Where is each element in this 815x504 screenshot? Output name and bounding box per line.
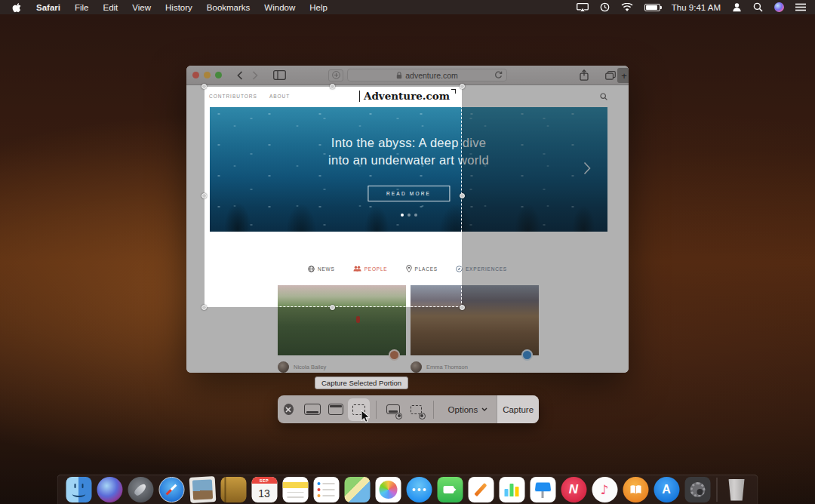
chevron-down-icon xyxy=(481,407,487,411)
dock-icon-mail[interactable] xyxy=(189,476,216,503)
capture-screen-icon xyxy=(304,404,321,415)
dock-icon-facetime[interactable] xyxy=(437,477,463,502)
selection-handle[interactable] xyxy=(460,305,465,310)
dock-icon-contacts[interactable] xyxy=(220,477,246,502)
share-icon[interactable] xyxy=(580,69,589,81)
article-badge xyxy=(389,349,400,361)
author-name: Nicola Bailey xyxy=(294,364,326,370)
window-zoom-button[interactable] xyxy=(215,72,222,78)
options-dropdown[interactable]: Options xyxy=(439,395,497,423)
capture-window-icon xyxy=(328,404,343,415)
menu-item-safari[interactable]: Safari xyxy=(36,3,60,12)
rocket-icon xyxy=(133,482,147,496)
dock-icon-safari[interactable] xyxy=(158,477,184,502)
selection-handle[interactable] xyxy=(460,84,465,89)
url-text: adventure.com xyxy=(405,71,457,80)
reload-icon[interactable] xyxy=(494,71,503,79)
selection-handle[interactable] xyxy=(460,193,465,198)
time-machine-icon[interactable] xyxy=(600,2,610,12)
selection-handle[interactable] xyxy=(330,84,335,89)
menu-bar-clock[interactable]: Thu 9:41 AM xyxy=(672,3,721,12)
add-icon[interactable] xyxy=(328,69,343,81)
window-minimize-button[interactable] xyxy=(204,72,211,78)
dock-icon-pages[interactable] xyxy=(468,477,494,502)
battery-icon[interactable] xyxy=(644,4,660,11)
dock-icon-system-preferences[interactable] xyxy=(684,477,710,502)
screenshot-toolbar: Options Capture xyxy=(278,395,539,423)
menu-item-view[interactable]: View xyxy=(132,3,151,12)
dock-icon-messages[interactable] xyxy=(406,477,432,502)
dock-icon-itunes[interactable]: ♪ xyxy=(592,477,617,502)
chevron-right-icon[interactable] xyxy=(583,161,591,175)
dock: SEP13 N ♪ A xyxy=(57,475,758,504)
new-tab-icon[interactable]: + xyxy=(617,68,629,83)
capture-tooltip: Capture Selected Portion xyxy=(315,376,408,389)
record-entire-screen-button[interactable] xyxy=(382,398,404,421)
dock-divider xyxy=(717,478,718,502)
selection-handle[interactable] xyxy=(330,305,335,310)
author-avatar xyxy=(278,361,289,373)
address-bar[interactable]: adventure.com xyxy=(347,69,507,81)
dock-icon-notes[interactable] xyxy=(282,477,308,502)
dock-icon-news[interactable]: N xyxy=(561,477,586,502)
toolbar-divider xyxy=(376,401,377,419)
author-name: Emma Thomson xyxy=(426,364,468,370)
close-icon[interactable] xyxy=(284,404,294,415)
lock-icon xyxy=(396,69,402,82)
menu-item-window[interactable]: Window xyxy=(264,3,295,12)
menu-item-bookmarks[interactable]: Bookmarks xyxy=(207,3,251,12)
dock-icon-maps[interactable] xyxy=(344,477,370,502)
record-dot-icon xyxy=(419,413,426,419)
dock-icon-books[interactable] xyxy=(623,477,648,502)
pinwheel-icon xyxy=(379,481,397,499)
menu-bar: Safari File Edit View History Bookmarks … xyxy=(0,0,815,14)
trash-icon xyxy=(727,479,746,501)
dock-icon-trash[interactable] xyxy=(724,477,749,502)
article-badge xyxy=(521,349,533,361)
category-experiences[interactable]: EXPERIENCES xyxy=(456,265,507,272)
toolbar-divider xyxy=(433,401,434,419)
menu-item-history[interactable]: History xyxy=(165,3,192,12)
record-selected-portion-button[interactable] xyxy=(405,398,427,421)
pen-icon xyxy=(474,483,487,496)
menu-item-help[interactable]: Help xyxy=(309,3,328,12)
record-dot-icon xyxy=(395,413,402,419)
bar-chart-icon xyxy=(505,483,519,496)
menu-item-edit[interactable]: Edit xyxy=(103,3,118,12)
menu-item-file[interactable]: File xyxy=(75,3,89,12)
selection-handle[interactable] xyxy=(201,193,207,198)
page-search-icon[interactable] xyxy=(600,93,607,100)
capture-entire-screen-button[interactable] xyxy=(302,398,324,421)
dock-icon-launchpad[interactable] xyxy=(128,477,153,502)
dock-icon-app-store[interactable]: A xyxy=(654,477,679,502)
gear-icon xyxy=(690,482,705,497)
airplay-icon[interactable] xyxy=(577,3,589,12)
dock-icon-siri[interactable] xyxy=(97,477,122,502)
dock-icon-photos[interactable] xyxy=(375,477,401,502)
wifi-icon[interactable] xyxy=(621,3,633,12)
selection-handle[interactable] xyxy=(201,305,207,310)
sidebar-icon[interactable] xyxy=(273,70,286,80)
selection-handle[interactable] xyxy=(201,84,207,89)
tabs-icon[interactable] xyxy=(605,71,616,80)
siri-icon[interactable] xyxy=(774,2,784,12)
dock-icon-numbers[interactable] xyxy=(499,477,524,502)
browser-toolbar: adventure.com + xyxy=(186,66,629,85)
dock-icon-finder[interactable] xyxy=(66,477,91,502)
dock-icon-reminders[interactable] xyxy=(313,477,339,502)
podium-icon xyxy=(534,482,551,491)
list-icon[interactable] xyxy=(795,3,806,11)
open-book-icon xyxy=(629,485,641,494)
capture-selection-area[interactable] xyxy=(205,87,462,307)
compass-needle-icon xyxy=(166,484,177,496)
search-icon[interactable] xyxy=(753,2,763,12)
dock-icon-keynote[interactable] xyxy=(530,477,555,502)
dock-icon-calendar[interactable]: SEP13 xyxy=(251,477,277,502)
window-close-button[interactable] xyxy=(192,72,199,78)
back-icon[interactable] xyxy=(237,71,243,80)
forward-icon[interactable] xyxy=(252,71,258,80)
capture-button[interactable]: Capture xyxy=(497,395,539,423)
user-icon[interactable] xyxy=(732,2,742,12)
capture-selected-window-button[interactable] xyxy=(324,398,346,421)
apple-menu-icon[interactable] xyxy=(12,2,22,13)
